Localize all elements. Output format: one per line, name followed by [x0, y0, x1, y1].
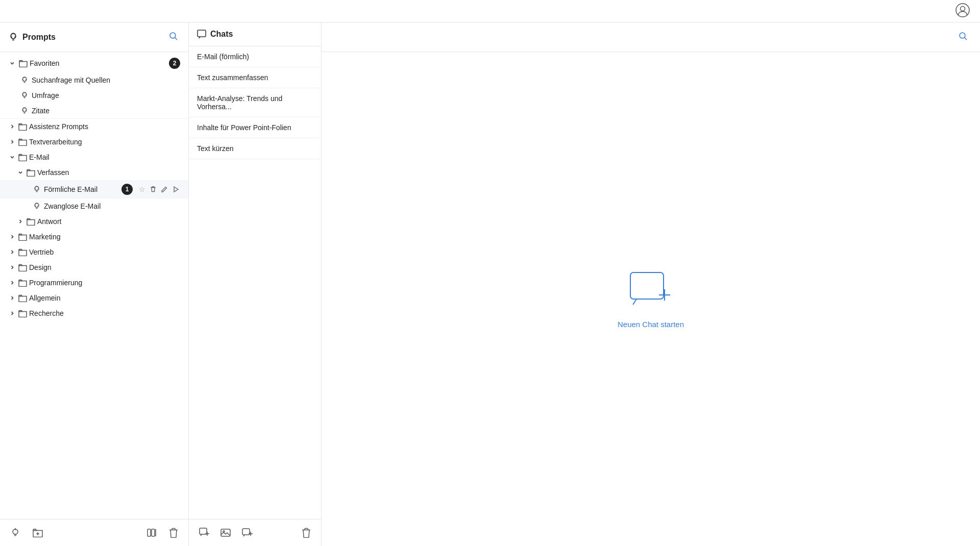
chat-item-5[interactable]: Text kürzen: [189, 138, 321, 159]
tree-item-assistenz[interactable]: Assistenz Prompts: [0, 118, 188, 134]
prompts-search-button[interactable]: [167, 30, 180, 44]
svg-point-3: [170, 33, 176, 38]
chat-item-1[interactable]: E-Mail (förmlich): [189, 46, 321, 67]
textverarbeitung-label: Textverarbeitung: [29, 138, 180, 146]
tree-item-textverarbeitung[interactable]: Textverarbeitung: [0, 134, 188, 150]
allgemein-label: Allgemein: [29, 294, 180, 302]
chat-item-3[interactable]: Markt-Analyse: Trends und Vorhersa...: [189, 88, 321, 117]
new-chat-link[interactable]: Neuen Chat starten: [618, 320, 684, 329]
tree-item-allgemein[interactable]: Allgemein: [0, 290, 188, 306]
prompts-panel: Prompts Favoriten 2: [0, 22, 189, 546]
delete-chats-button[interactable]: [300, 526, 313, 540]
delete-chats-icon: [302, 528, 311, 538]
tree-item-umfrage[interactable]: Umfrage: [0, 88, 188, 103]
item-actions: ☆: [138, 185, 180, 194]
delete-all-button[interactable]: [167, 526, 180, 540]
tree-item-foermliche-email[interactable]: Förmliche E-Mail 1 ☆: [0, 180, 188, 198]
new-chat-graphic: [628, 270, 674, 311]
add-chat-folder-button[interactable]: [240, 526, 255, 540]
foermliche-email-badge: 1: [121, 184, 133, 195]
antwort-label: Antwort: [37, 217, 180, 226]
new-chat-button[interactable]: [197, 526, 211, 540]
tree-item-vertrieb[interactable]: Vertrieb: [0, 244, 188, 260]
chevron-right-icon: [8, 122, 16, 131]
svg-rect-28: [630, 272, 664, 299]
image-button[interactable]: [218, 526, 233, 540]
add-prompt-button[interactable]: [8, 526, 22, 540]
folder-icon: [18, 264, 27, 271]
prompts-header-left: Prompts: [8, 32, 56, 42]
add-folder-icon: [33, 528, 43, 537]
chats-list: E-Mail (förmlich) Text zusammenfassen Ma…: [189, 46, 321, 519]
bulb-icon: [33, 202, 41, 210]
prompts-panel-header: Prompts: [0, 22, 188, 52]
chevron-right-icon: [8, 248, 16, 256]
main-layout: Prompts Favoriten 2: [0, 22, 980, 546]
user-account-button[interactable]: [955, 3, 970, 19]
folder-icon: [18, 279, 27, 287]
folder-icon: [18, 249, 27, 256]
delete-button[interactable]: [149, 185, 158, 194]
programmierung-label: Programmierung: [29, 279, 180, 287]
chat-item-2[interactable]: Text zusammenfassen: [189, 67, 321, 88]
library-button[interactable]: [144, 526, 159, 540]
tree-item-antwort[interactable]: Antwort: [0, 214, 188, 229]
folder-icon: [27, 169, 35, 177]
image-icon: [220, 528, 231, 538]
chevron-right-icon: [8, 233, 16, 241]
chevron-down-icon: [16, 168, 24, 177]
tree-item-recherche[interactable]: Recherche: [0, 306, 188, 321]
tree-item-programmierung[interactable]: Programmierung: [0, 275, 188, 290]
main-area-header: [322, 22, 980, 52]
svg-rect-14: [148, 529, 151, 536]
user-icon: [955, 3, 970, 17]
new-chat-large-icon: [628, 270, 674, 311]
chevron-right-icon: [8, 263, 16, 271]
svg-rect-15: [152, 529, 155, 536]
chats-title: Chats: [210, 30, 233, 39]
add-prompt-icon: [10, 528, 20, 538]
main-center-content: Neuen Chat starten: [322, 52, 980, 546]
chevron-right-icon: [8, 294, 16, 302]
folder-icon: [18, 59, 28, 68]
umfrage-label: Umfrage: [32, 91, 59, 100]
tree-item-email[interactable]: E-Mail: [0, 150, 188, 165]
zitate-label: Zitate: [32, 107, 50, 115]
star-button[interactable]: ☆: [138, 185, 146, 194]
vertrieb-label: Vertrieb: [29, 248, 180, 256]
tree-item-favoriten[interactable]: Favoriten 2: [0, 54, 188, 72]
tree-item-verfassen[interactable]: Verfassen: [0, 165, 188, 180]
chat-item-4[interactable]: Inhalte für Power Point-Folien: [189, 117, 321, 138]
design-label: Design: [29, 263, 180, 271]
search-icon: [959, 32, 968, 41]
search-icon: [169, 32, 178, 41]
chats-header: Chats: [189, 22, 321, 46]
svg-point-26: [960, 33, 965, 38]
bulb-icon: [20, 76, 29, 84]
tree-item-design[interactable]: Design: [0, 260, 188, 275]
new-chat-icon: [199, 528, 209, 538]
tree-item-zitate[interactable]: Zitate: [0, 103, 188, 118]
svg-line-4: [175, 38, 178, 40]
add-chat-icon: [242, 528, 253, 538]
svg-rect-17: [198, 30, 206, 37]
chats-footer: [189, 519, 321, 546]
tree-item-suchanfrage[interactable]: Suchanfrage mit Quellen: [0, 72, 188, 88]
top-bar: [0, 0, 980, 22]
recherche-label: Recherche: [29, 309, 180, 317]
folder-icon: [18, 310, 27, 317]
svg-rect-18: [200, 528, 207, 534]
library-icon: [146, 528, 157, 538]
favoriten-badge: 2: [169, 58, 180, 69]
marketing-label: Marketing: [29, 233, 180, 241]
run-button[interactable]: [171, 185, 180, 194]
zwanglose-email-label: Zwanglose E-Mail: [44, 202, 180, 210]
chats-header-left: Chats: [197, 30, 233, 39]
tree-item-marketing[interactable]: Marketing: [0, 229, 188, 244]
edit-button[interactable]: [160, 185, 169, 194]
add-folder-button[interactable]: [31, 526, 45, 539]
main-search-button[interactable]: [957, 30, 970, 44]
tree-item-zwanglose-email[interactable]: Zwanglose E-Mail: [0, 198, 188, 214]
chevron-right-icon: [8, 309, 16, 317]
chevron-down-icon: [8, 153, 16, 161]
